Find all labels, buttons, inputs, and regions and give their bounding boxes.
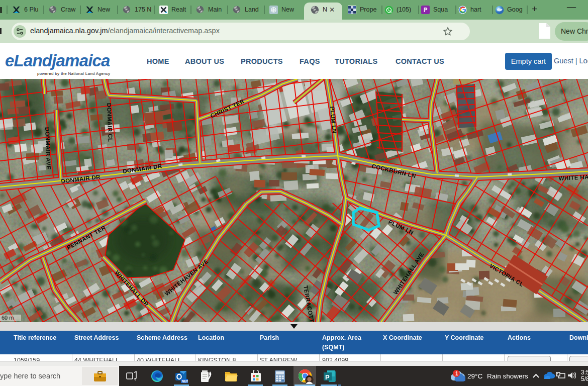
svg-text:1: 1 [455,371,458,376]
svg-text:60 m: 60 m [2,315,14,321]
svg-text:P: P [325,373,330,381]
svg-text:NEW: NEW [182,379,188,383]
